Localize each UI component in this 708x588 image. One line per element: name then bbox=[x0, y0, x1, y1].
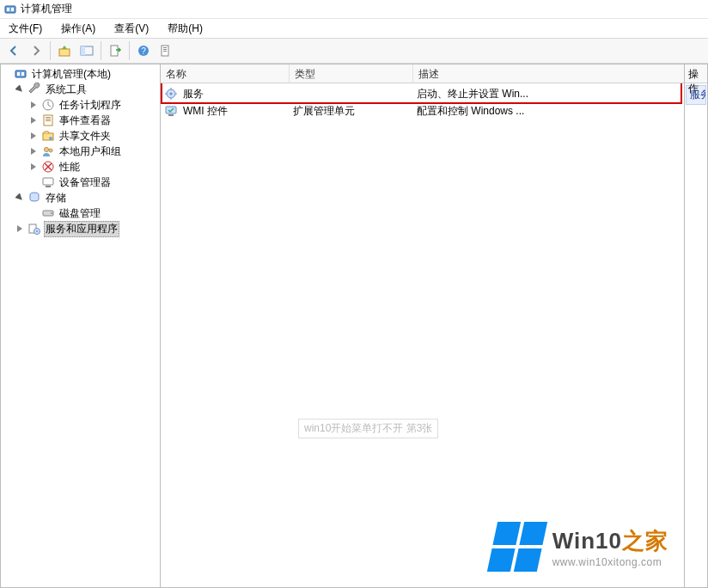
tree-node-root[interactable]: 计算机管理(本地) bbox=[1, 66, 160, 82]
window-title: 计算机管理 bbox=[21, 2, 72, 16]
menu-bar: 文件(F) 操作(A) 查看(V) 帮助(H) bbox=[0, 19, 708, 38]
svg-point-24 bbox=[49, 149, 52, 152]
svg-rect-41 bbox=[168, 114, 174, 116]
show-hide-tree-button[interactable] bbox=[76, 40, 97, 61]
tree-node-device-manager[interactable]: 设备管理器 bbox=[28, 175, 160, 190]
list-pane: 名称 类型 描述 服务 启动、终止并设置 Win... WMI 控件 扩展管理单… bbox=[161, 64, 685, 587]
list-body[interactable]: 服务 启动、终止并设置 Win... WMI 控件 扩展管理单元 配置和控制 W… bbox=[161, 83, 684, 587]
menu-view[interactable]: 查看(V) bbox=[109, 20, 154, 38]
tree-node-local-users[interactable]: 本地用户和组 bbox=[28, 144, 160, 159]
svg-rect-26 bbox=[43, 178, 53, 185]
column-header-desc[interactable]: 描述 bbox=[413, 64, 684, 83]
toolbar-separator-2 bbox=[101, 41, 101, 60]
svg-rect-11 bbox=[163, 49, 167, 50]
back-button[interactable] bbox=[3, 40, 24, 61]
windows-logo-icon bbox=[486, 522, 546, 572]
svg-point-22 bbox=[49, 137, 52, 140]
export-button[interactable] bbox=[105, 40, 125, 61]
expand-icon[interactable] bbox=[15, 224, 25, 234]
disk-icon bbox=[41, 206, 55, 220]
menu-help[interactable]: 帮助(H) bbox=[162, 20, 208, 38]
users-icon bbox=[41, 144, 55, 158]
wrench-icon bbox=[27, 83, 41, 96]
watermark-label: win10开始菜单打不开 第3张 bbox=[298, 419, 438, 438]
expand-icon[interactable] bbox=[28, 131, 39, 141]
toolbar-separator bbox=[50, 41, 51, 60]
svg-rect-27 bbox=[46, 186, 51, 187]
list-row-wmi[interactable]: WMI 控件 扩展管理单元 配置和控制 Windows ... bbox=[161, 102, 684, 119]
app-icon bbox=[3, 3, 17, 16]
action-pane: 操作 服务 bbox=[685, 64, 707, 587]
svg-rect-14 bbox=[17, 72, 20, 76]
list-header: 名称 类型 描述 bbox=[161, 64, 684, 83]
cell-type: 扩展管理单元 bbox=[288, 104, 412, 119]
svg-point-23 bbox=[45, 148, 49, 152]
column-header-name[interactable]: 名称 bbox=[161, 64, 290, 83]
collapse-icon[interactable] bbox=[15, 84, 25, 95]
storage-icon bbox=[27, 191, 41, 205]
toolbar-separator-3 bbox=[129, 41, 130, 60]
tree-node-shared-folders[interactable]: 共享文件夹 bbox=[28, 128, 160, 144]
computer-mgmt-icon bbox=[14, 67, 27, 81]
svg-text:?: ? bbox=[141, 46, 146, 56]
up-button[interactable] bbox=[54, 40, 75, 61]
expand-icon[interactable] bbox=[28, 115, 39, 126]
help-button[interactable]: ? bbox=[133, 40, 154, 61]
svg-rect-3 bbox=[59, 49, 70, 56]
event-viewer-icon bbox=[41, 113, 55, 127]
svg-rect-10 bbox=[163, 47, 167, 48]
expand-icon[interactable] bbox=[28, 146, 39, 156]
expand-icon[interactable] bbox=[28, 162, 39, 172]
cell-name: WMI 控件 bbox=[178, 104, 288, 119]
tree-node-disk-mgmt[interactable]: 磁盘管理 bbox=[28, 205, 160, 221]
tree-pane[interactable]: 计算机管理(本地) 系统工具 bbox=[1, 64, 161, 587]
menu-action[interactable]: 操作(A) bbox=[56, 20, 101, 38]
tree-node-event-viewer[interactable]: 事件查看器 bbox=[28, 113, 160, 128]
svg-rect-20 bbox=[46, 120, 51, 121]
svg-rect-0 bbox=[5, 6, 15, 13]
tree-node-storage[interactable]: 存储 bbox=[15, 190, 160, 205]
expand-icon[interactable] bbox=[28, 100, 39, 110]
svg-rect-5 bbox=[81, 46, 85, 55]
list-row-services[interactable]: 服务 启动、终止并设置 Win... bbox=[161, 85, 684, 102]
branding-title: Win10之家 bbox=[552, 526, 668, 556]
device-manager-icon bbox=[41, 175, 55, 189]
tree-node-task-scheduler[interactable]: 任务计划程序 bbox=[28, 97, 160, 113]
svg-rect-18 bbox=[46, 117, 51, 118]
tree-node-system-tools[interactable]: 系统工具 bbox=[15, 82, 160, 97]
collapse-icon[interactable] bbox=[15, 193, 25, 203]
tree-root: 计算机管理(本地) 系统工具 bbox=[1, 66, 160, 236]
toolbar: ? bbox=[0, 38, 708, 64]
menu-file[interactable]: 文件(F) bbox=[3, 20, 47, 38]
services-apps-icon bbox=[27, 222, 41, 236]
svg-rect-1 bbox=[7, 8, 9, 11]
clock-icon bbox=[41, 98, 55, 112]
services-gear-icon bbox=[164, 87, 178, 101]
branding-url: www.win10xitong.com bbox=[552, 556, 668, 568]
forward-button[interactable] bbox=[26, 40, 46, 61]
svg-rect-13 bbox=[15, 70, 26, 77]
cell-desc: 启动、终止并设置 Win... bbox=[412, 87, 684, 101]
title-bar: 计算机管理 bbox=[0, 0, 708, 19]
tree-label-root: 计算机管理(本地) bbox=[30, 66, 113, 83]
cell-desc: 配置和控制 Windows ... bbox=[412, 104, 684, 119]
properties-button[interactable] bbox=[156, 40, 176, 61]
svg-point-35 bbox=[170, 93, 173, 95]
content-area: 计算机管理(本地) 系统工具 bbox=[0, 64, 708, 588]
svg-rect-6 bbox=[111, 46, 118, 56]
tree-label-selected: 服务和应用程序 bbox=[44, 221, 119, 237]
tree-node-performance[interactable]: 性能 bbox=[28, 159, 160, 175]
wmi-control-icon bbox=[164, 104, 178, 118]
tree-label: 系统工具 bbox=[44, 82, 88, 98]
svg-rect-15 bbox=[21, 72, 24, 76]
svg-rect-19 bbox=[46, 119, 51, 119]
shared-folder-icon bbox=[41, 129, 55, 143]
performance-icon bbox=[41, 160, 55, 174]
cell-name: 服务 bbox=[178, 87, 288, 101]
svg-rect-12 bbox=[163, 51, 167, 52]
action-pane-header: 操作 bbox=[685, 64, 707, 83]
column-header-type[interactable]: 类型 bbox=[290, 64, 413, 83]
branding: Win10之家 www.win10xitong.com bbox=[492, 522, 668, 572]
svg-point-30 bbox=[51, 212, 52, 214]
tree-node-services-apps[interactable]: 服务和应用程序 bbox=[15, 221, 160, 236]
